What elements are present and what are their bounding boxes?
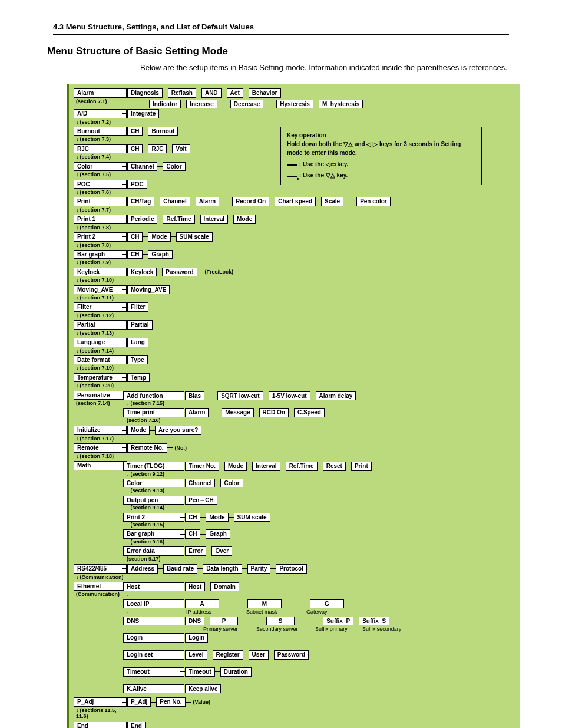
- chip-eth-ip: Local IP: [123, 599, 184, 609]
- row-keylock: Keylock (section 7.10) Keylock Password …: [74, 268, 515, 285]
- chip-partial: Partial: [74, 320, 127, 330]
- row-math: Math Timer (TLOG) (section 9.12) Timer N…: [74, 461, 515, 564]
- sec-filter: (section 7.12): [76, 312, 120, 318]
- c: Password: [274, 650, 309, 660]
- sec-keylock: (section 7.10): [76, 277, 120, 283]
- c: Mode: [233, 215, 256, 224]
- updown-icon: ▽△: [343, 140, 353, 149]
- c: Decrease: [230, 100, 263, 109]
- sec-padj: (sections 11.5, 11.6): [76, 707, 120, 720]
- c: Alarm: [185, 408, 209, 417]
- n: Primary server: [203, 626, 255, 632]
- c: Level: [185, 650, 207, 660]
- c: Keylock: [127, 268, 157, 277]
- c: P_Adj: [127, 697, 151, 707]
- chip-math-err: Error data: [123, 546, 184, 556]
- c: Parity: [247, 564, 271, 574]
- c: Mode: [224, 462, 247, 471]
- sec-init: (section 7.17): [76, 436, 120, 442]
- chip-end: End: [74, 722, 127, 728]
- c: POC: [127, 180, 147, 189]
- c: Type: [127, 355, 148, 365]
- c: Channel: [160, 197, 190, 206]
- c: Record On: [232, 197, 269, 206]
- c: Over: [211, 546, 232, 556]
- c: Hysteresis: [276, 100, 313, 109]
- row-print1: Print 1 (section 7.8) Periodic Ref.Time …: [74, 215, 515, 232]
- padj-value-note: (Value): [193, 699, 211, 705]
- chip-eth-kalive: K.Alive: [123, 684, 184, 694]
- chip-temp: Temperature: [74, 373, 127, 383]
- sec-lang: (section 7.14): [76, 348, 120, 354]
- c: Ref.Time: [286, 462, 318, 471]
- c: Interval: [200, 215, 229, 224]
- sec-addfn: (section 7.15): [127, 400, 177, 406]
- free-lock-note: (Free/Lock): [205, 269, 234, 275]
- c: Behavior: [249, 88, 281, 98]
- n: Suffix secondary: [362, 626, 401, 632]
- c: S: [266, 617, 295, 626]
- c: Baud rate: [163, 564, 197, 574]
- c: Timeout: [185, 667, 215, 677]
- kb-r3b: key.: [337, 172, 348, 179]
- c: Suffix_P: [323, 617, 353, 626]
- c: Data length: [203, 564, 242, 574]
- section-header: 4.3 Menu Structure, Settings, and List o…: [53, 22, 509, 35]
- c: Integrate: [127, 109, 159, 118]
- alarm-line2: Indicator Increase Decrease Hysteresis M…: [149, 100, 363, 109]
- c: Duration: [220, 667, 252, 677]
- c: CH/Tag: [127, 197, 154, 206]
- c: Chart speed: [275, 197, 316, 206]
- sec-ad: (section 7.2): [76, 119, 120, 125]
- c: Pen color: [356, 197, 391, 206]
- c: Protocol: [276, 564, 307, 574]
- c: CH: [185, 529, 200, 539]
- c: Lang: [127, 338, 148, 347]
- c: Login: [185, 633, 208, 643]
- c: Burnout: [148, 127, 178, 136]
- alarm-line1: Diagnosis Reflash AND Act Behavior: [122, 88, 363, 98]
- sec-math-err: (section 9.17): [127, 556, 177, 562]
- sec-burnout: (section 7.3): [76, 136, 120, 142]
- c: Timer No.: [185, 462, 219, 471]
- sec-color: (section 7.5): [76, 172, 120, 177]
- c: CH: [127, 232, 143, 242]
- row-partial: Partial (section 7.13) Partial: [74, 320, 515, 337]
- sec-math-bar: (section 9.16): [127, 539, 177, 545]
- sec-math-outpen: (section 9.14): [127, 505, 177, 510]
- arrow-horiz-icon: [287, 164, 297, 166]
- c: Bias: [185, 391, 204, 401]
- chip-burnout: Burnout: [74, 127, 127, 136]
- c: SQRT low-cut: [217, 391, 263, 401]
- c: Reflash: [168, 88, 196, 98]
- chip-padj: P_Adj: [74, 697, 127, 707]
- chip-print2: Print 2: [74, 232, 127, 242]
- sec-eth: (Communication): [76, 591, 120, 597]
- row-temp: Temperature (section 7.20) Temp: [74, 373, 515, 390]
- c: Graph: [148, 250, 172, 259]
- key-operation-box: Key operation Hold down both the ▽△ and …: [280, 127, 482, 185]
- row-ad: A/D (section 7.2) Integrate: [74, 109, 515, 126]
- c: Mode: [148, 232, 170, 242]
- chip-math-color: Color: [123, 479, 184, 488]
- kb-l1b: and: [355, 141, 367, 147]
- row-filter: Filter (section 7.12) Filter: [74, 302, 515, 319]
- chip-print: Print: [74, 197, 127, 206]
- intro-text: Below are the setup items in Basic Setti…: [140, 62, 509, 74]
- c: End: [127, 722, 146, 728]
- c: Alarm: [196, 197, 219, 206]
- chip-math-timer: Timer (TLOG): [123, 462, 184, 471]
- c: CH: [127, 127, 143, 136]
- c: Color: [163, 162, 185, 172]
- n: IP address: [186, 609, 245, 615]
- sec-rs: (Communication): [76, 574, 120, 580]
- c: Remote No.: [127, 443, 167, 453]
- chip-color: Color: [74, 162, 127, 172]
- sec-bar: (section 7.9): [76, 259, 120, 265]
- c: Act: [227, 88, 243, 98]
- sec-math-timer: (section 9.12): [127, 471, 177, 477]
- row-padj: P_Adj (sections 11.5, 11.6) P_Adj Pen No…: [74, 697, 515, 720]
- chip-datef: Date format: [74, 355, 127, 365]
- row-bar: Bar graph (section 7.9) CH Graph: [74, 250, 515, 267]
- n: Secondary server: [256, 626, 314, 632]
